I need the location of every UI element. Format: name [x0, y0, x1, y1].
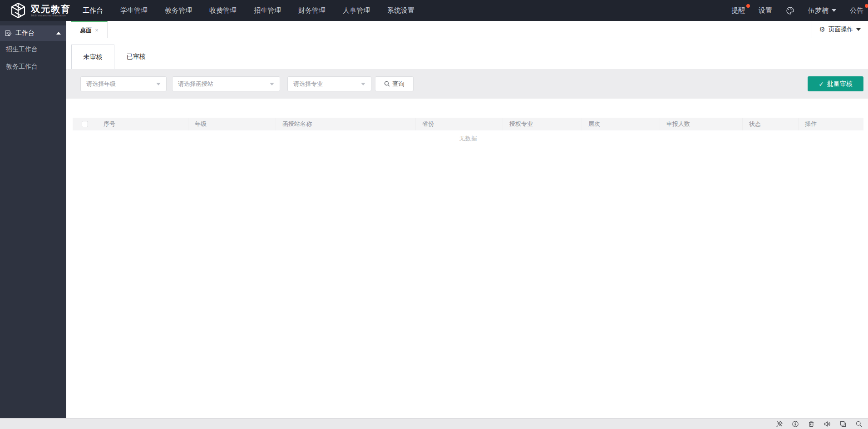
- chevron-up-icon: [56, 32, 61, 35]
- user-menu[interactable]: 伍梦楠: [808, 6, 836, 15]
- gear-icon: ⚙: [819, 26, 825, 33]
- pin-off-icon[interactable]: [776, 420, 783, 428]
- batch-audit-button[interactable]: ✓ 批量审核: [808, 76, 863, 91]
- brand-logo-icon: [9, 2, 27, 20]
- sidebar: 工作台 招生工作台 教务工作台: [0, 21, 66, 418]
- announcement-badge-dot: [865, 4, 868, 8]
- menu-item-academic[interactable]: 教务管理: [165, 6, 192, 15]
- sidebar-item-label: 招生工作台: [6, 45, 38, 54]
- select-placeholder: 请选择年级: [86, 80, 116, 88]
- settings-link[interactable]: 设置: [759, 6, 772, 15]
- subtab-unaudited[interactable]: 未审核: [71, 45, 114, 69]
- sidebar-item-label: 教务工作台: [6, 63, 38, 71]
- os-taskbar: [0, 418, 868, 429]
- correspondence-station-select[interactable]: 请选择函授站: [172, 76, 280, 91]
- trash-icon[interactable]: [808, 420, 815, 428]
- page-tabbar: 桌面 × ⚙ 页面操作: [66, 21, 868, 38]
- header-grade: 年级: [188, 118, 276, 130]
- menu-item-enrollment[interactable]: 招生管理: [254, 6, 281, 15]
- subtab-label: 未审核: [84, 53, 103, 61]
- header-actions: 操作: [799, 118, 863, 130]
- tab-desktop[interactable]: 桌面 ×: [71, 21, 108, 38]
- sidebar-group-workbench[interactable]: 工作台: [0, 25, 66, 41]
- main-content: 桌面 × ⚙ 页面操作 未审核 已审核 请选择年级 请选择函授站 请选择专业: [66, 21, 868, 418]
- notepad-edit-icon: [5, 30, 12, 37]
- chevron-down-icon: [270, 83, 274, 85]
- check-icon: ✓: [819, 80, 824, 88]
- theme-palette-icon[interactable]: [786, 6, 794, 15]
- subtab-label: 已审核: [127, 53, 146, 61]
- menu-item-finance[interactable]: 财务管理: [298, 6, 326, 15]
- header-select-all-cell: [73, 118, 97, 130]
- major-select[interactable]: 请选择专业: [287, 76, 371, 91]
- header-seq: 序号: [97, 118, 188, 130]
- search-icon[interactable]: [855, 420, 863, 428]
- announcement-link[interactable]: 公告: [850, 6, 863, 15]
- query-label: 查询: [392, 80, 404, 88]
- header-level: 层次: [582, 118, 660, 130]
- menu-item-system[interactable]: 系统设置: [387, 6, 414, 15]
- batch-audit-label: 批量审核: [827, 80, 853, 88]
- brand-name: 双元教育: [31, 4, 71, 14]
- notice-link[interactable]: 提醒: [731, 6, 745, 15]
- header-station-name: 函授站名称: [276, 118, 416, 130]
- chevron-down-icon: [832, 9, 836, 12]
- query-button[interactable]: 查询: [375, 76, 414, 91]
- chevron-down-icon: [156, 83, 161, 85]
- subtab-audited[interactable]: 已审核: [114, 45, 158, 69]
- header-status: 状态: [743, 118, 799, 130]
- select-placeholder: 请选择函授站: [178, 80, 213, 88]
- table-header-row: 序号 年级 函授站名称 省份 授权专业 层次 申报人数 状态 操作: [73, 118, 863, 130]
- header-applicant-count: 申报人数: [660, 118, 743, 130]
- tab-label: 桌面: [80, 26, 92, 35]
- notice-badge-dot: [746, 4, 750, 8]
- volume-icon[interactable]: [824, 420, 831, 428]
- menu-item-fees[interactable]: 收费管理: [209, 6, 237, 15]
- header-province: 省份: [416, 118, 503, 130]
- sidebar-item-academic-workbench[interactable]: 教务工作台: [0, 58, 66, 75]
- header-authorized-major: 授权专业: [503, 118, 582, 130]
- notice-label: 提醒: [731, 6, 745, 14]
- top-navbar: 双元教育 B&B Vocational Education 工作台 学生管理 教…: [0, 0, 868, 21]
- menu-item-hr[interactable]: 人事管理: [343, 6, 370, 15]
- select-all-checkbox[interactable]: [82, 121, 88, 127]
- main-menu: 工作台 学生管理 教务管理 收费管理 招生管理 财务管理 人事管理 系统设置: [83, 6, 414, 15]
- chevron-down-icon: [361, 83, 365, 85]
- close-icon[interactable]: ×: [95, 27, 99, 34]
- brand-subtitle: B&B Vocational Education: [31, 14, 71, 17]
- window-icon[interactable]: [839, 420, 847, 428]
- chevron-down-icon: [856, 28, 861, 31]
- announcement-label: 公告: [850, 6, 863, 14]
- speed-circle-icon[interactable]: [792, 420, 799, 428]
- menu-item-students[interactable]: 学生管理: [120, 6, 148, 15]
- audit-table: 序号 年级 函授站名称 省份 授权专业 层次 申报人数 状态 操作 无数据: [73, 118, 863, 147]
- page-operations-label: 页面操作: [829, 25, 853, 34]
- menu-item-workbench[interactable]: 工作台: [83, 6, 103, 15]
- audit-subtabs: 未审核 已审核: [66, 45, 868, 69]
- search-icon: [384, 81, 390, 87]
- select-placeholder: 请选择专业: [293, 80, 323, 88]
- user-name: 伍梦楠: [808, 6, 829, 15]
- navbar-right: 提醒 设置 伍梦楠 公告: [731, 6, 868, 15]
- grade-select[interactable]: 请选择年级: [80, 76, 167, 91]
- sidebar-item-enrollment-workbench[interactable]: 招生工作台: [0, 41, 66, 58]
- table-empty-state: 无数据: [73, 130, 863, 147]
- page-operations-button[interactable]: ⚙ 页面操作: [812, 21, 868, 38]
- brand-logo: 双元教育 B&B Vocational Education: [0, 1, 83, 20]
- sidebar-group-label: 工作台: [15, 29, 35, 37]
- filter-bar: 请选择年级 请选择函授站 请选择专业 查询 ✓ 批量审核: [66, 69, 868, 99]
